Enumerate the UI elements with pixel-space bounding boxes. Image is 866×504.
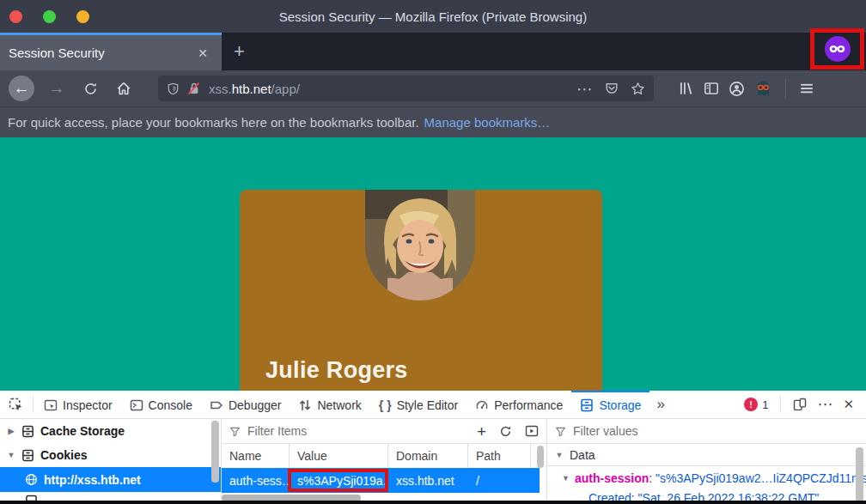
cookie-name-cell: auth-sess… bbox=[222, 474, 290, 488]
storage-drawer-icon bbox=[21, 449, 34, 462]
storage-tree: ▶ Cache Storage ▼ bbox=[0, 419, 222, 504]
private-mask-icon bbox=[829, 45, 845, 53]
chevron-right-icon[interactable]: ▶ bbox=[7, 427, 15, 435]
column-header-path[interactable]: Path bbox=[468, 444, 531, 468]
devtools-tab-storage[interactable]: Storage bbox=[571, 391, 650, 418]
scrollbar-thumb[interactable] bbox=[537, 446, 544, 468]
devtools-panel: Inspector Console Debugger bbox=[0, 391, 866, 504]
reload-icon bbox=[83, 82, 98, 96]
values-filter-bar bbox=[547, 419, 866, 444]
navigation-toolbar: ← → xss.htb.net/app/ bbox=[0, 70, 866, 106]
window-bottom-edge bbox=[0, 501, 866, 504]
responsive-design-button[interactable] bbox=[793, 398, 807, 411]
tab-label: Console bbox=[149, 398, 192, 412]
extension-goggles-icon[interactable] bbox=[754, 80, 772, 98]
profile-photo bbox=[365, 190, 475, 301]
menu-hamburger-icon[interactable] bbox=[799, 81, 814, 96]
cookie-path-cell: / bbox=[468, 474, 531, 488]
inspector-icon bbox=[44, 398, 58, 412]
account-icon[interactable] bbox=[729, 81, 745, 97]
insecure-lock-icon[interactable] bbox=[187, 82, 201, 95]
url-bar[interactable]: xss.htb.net/app/ ⋯ bbox=[158, 76, 654, 101]
tree-item-cache-storage[interactable]: ▶ Cache Storage bbox=[0, 419, 221, 443]
filter-items-input[interactable] bbox=[247, 424, 470, 438]
library-icon[interactable] bbox=[678, 81, 694, 96]
page-actions-icon[interactable]: ⋯ bbox=[576, 79, 593, 99]
column-header-domain[interactable]: Domain bbox=[388, 444, 468, 468]
scrollbar-thumb[interactable] bbox=[211, 421, 219, 483]
new-tab-button[interactable]: + bbox=[222, 33, 257, 70]
page-viewport: Julie Rogers bbox=[0, 137, 866, 391]
performance-gauge-icon bbox=[475, 398, 489, 412]
devtools-tab-style-editor[interactable]: { } Style Editor bbox=[370, 391, 467, 418]
error-count: 1 bbox=[762, 398, 768, 411]
cookie-value-highlight-box bbox=[288, 469, 388, 492]
data-section-header[interactable]: ▼ Data bbox=[547, 444, 866, 466]
firefox-window: Session Security — Mozilla Firefox (Priv… bbox=[0, 0, 866, 504]
console-icon bbox=[130, 398, 143, 412]
storage-drawer-icon bbox=[580, 398, 594, 412]
column-header-value[interactable]: Value bbox=[290, 444, 388, 468]
tree-item-label: Cookies bbox=[40, 448, 87, 462]
tree-item-label: http://xss.htb.net bbox=[44, 473, 141, 487]
error-icon: ! bbox=[744, 398, 758, 411]
table-header: Name Value Domain Path bbox=[222, 444, 546, 468]
url-text: xss.htb.net/app/ bbox=[209, 82, 300, 96]
error-badge[interactable]: ! 1 bbox=[744, 398, 768, 411]
globe-icon bbox=[25, 473, 38, 486]
toolbar-separator bbox=[780, 396, 781, 413]
profile-name: Julie Rogers bbox=[265, 357, 408, 384]
cookie-value-entry[interactable]: ▼ auth-session: "s%3APySji019aw2…IiZ4QPC… bbox=[547, 466, 866, 489]
devtools-tab-console[interactable]: Console bbox=[121, 391, 201, 418]
tab-label: Performance bbox=[494, 398, 563, 412]
reload-button[interactable] bbox=[79, 77, 101, 100]
pick-element-button[interactable] bbox=[0, 391, 31, 418]
home-icon bbox=[116, 81, 131, 96]
devtools-tab-inspector[interactable]: Inspector bbox=[35, 391, 121, 418]
manage-bookmarks-link[interactable]: Manage bookmarks… bbox=[424, 115, 551, 130]
cookie-domain-cell: xss.htb.net bbox=[388, 474, 468, 488]
tab-session-security[interactable]: Session Security ✕ bbox=[0, 33, 222, 70]
refresh-icon[interactable] bbox=[499, 425, 512, 438]
devtools-close-icon[interactable]: ✕ bbox=[843, 397, 854, 412]
devtools-tab-debugger[interactable]: Debugger bbox=[201, 391, 290, 418]
private-badge-highlight-box bbox=[810, 28, 864, 70]
data-section-label: Data bbox=[570, 448, 595, 462]
tab-close-icon[interactable]: ✕ bbox=[192, 45, 213, 62]
toolbar-separator bbox=[785, 79, 786, 98]
bookmarks-message: For quick access, place your bookmarks h… bbox=[8, 115, 419, 130]
profile-card[interactable]: Julie Rogers bbox=[240, 190, 602, 391]
devtools-more-options-icon[interactable]: ⋯ bbox=[817, 395, 832, 414]
chevron-down-icon[interactable]: ▼ bbox=[7, 451, 15, 459]
devtools-tab-network[interactable]: Network bbox=[290, 391, 369, 418]
add-item-button[interactable]: + bbox=[477, 423, 486, 440]
sidebar-toggle-icon[interactable] bbox=[704, 81, 719, 96]
more-tabs-chevrons[interactable]: » bbox=[650, 391, 671, 418]
home-button[interactable] bbox=[113, 77, 135, 100]
cookie-value: "s%3APySji019aw2…IiZ4QPCZJd11ms" bbox=[656, 471, 866, 485]
filter-values-input[interactable] bbox=[573, 424, 858, 438]
bookmarks-toolbar: For quick access, place your bookmarks h… bbox=[0, 106, 866, 137]
pocket-icon[interactable] bbox=[605, 82, 619, 95]
devtools-toolbar: Inspector Console Debugger bbox=[0, 391, 866, 419]
back-button[interactable]: ← bbox=[9, 76, 34, 101]
chevron-down-icon[interactable]: ▼ bbox=[555, 451, 564, 459]
chevron-down-icon[interactable]: ▼ bbox=[562, 474, 570, 483]
tracking-protection-shield-icon[interactable] bbox=[167, 82, 180, 95]
variables-view-toggle-icon[interactable] bbox=[525, 424, 539, 438]
pick-element-icon bbox=[9, 398, 23, 412]
forward-button[interactable]: → bbox=[46, 77, 68, 100]
tree-item-xss-htb-net[interactable]: http://xss.htb.net bbox=[0, 467, 221, 492]
scrollbar-thumb[interactable] bbox=[856, 447, 863, 502]
tab-label: Style Editor bbox=[397, 398, 459, 412]
devtools-tab-performance[interactable]: Performance bbox=[467, 391, 571, 418]
bookmark-star-icon[interactable] bbox=[631, 82, 645, 96]
separator: : bbox=[649, 471, 652, 485]
tab-label: Inspector bbox=[63, 398, 113, 412]
storage-panel-body: ▶ Cache Storage ▼ bbox=[0, 419, 866, 504]
column-header-name[interactable]: Name bbox=[222, 444, 290, 468]
cookies-table-panel: + Name Value Domain bbox=[222, 419, 547, 504]
filter-funnel-icon bbox=[555, 426, 566, 437]
tree-item-cookies[interactable]: ▼ Cookies bbox=[0, 443, 221, 467]
cookie-key: auth-session bbox=[575, 471, 649, 485]
